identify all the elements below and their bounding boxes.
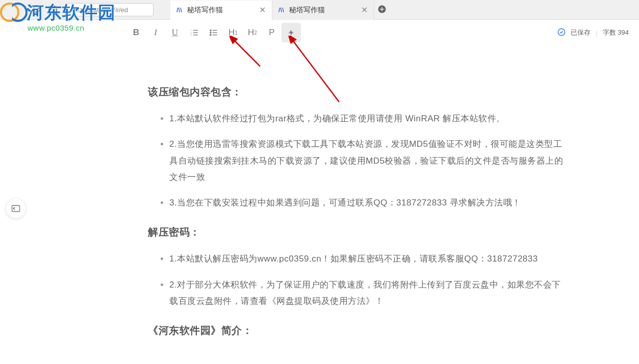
svg-text:3: 3 bbox=[191, 34, 192, 36]
heading-2: 解压密码： bbox=[148, 222, 566, 242]
list-item: 2.当您使用迅雷等搜索资源模式下载工具下载本站资源，发现MD5值验证不对时，很可… bbox=[169, 136, 566, 186]
h2-button[interactable]: H2 bbox=[243, 23, 262, 42]
watermark-logo: 河东软件园 www.pc0359.cn bbox=[0, 0, 116, 32]
heading-3: 《河东软件园》简介： bbox=[148, 321, 566, 340]
underline-button[interactable]: U bbox=[165, 23, 185, 42]
saved-label: 已保存 bbox=[571, 28, 591, 37]
heading-1: 该压缩包内容包含： bbox=[148, 82, 566, 101]
unordered-list-button[interactable] bbox=[204, 23, 223, 42]
list-item: 3.当您在下载安装过程中如果遇到问题，可通过联系QQ：3187272833 寻求… bbox=[169, 195, 566, 211]
status-area: 已保存 | 字数 394 bbox=[557, 28, 629, 38]
saved-check-icon bbox=[557, 28, 566, 38]
svg-point-13 bbox=[558, 29, 565, 35]
status-divider: | bbox=[596, 29, 597, 37]
list-1: 1.本站默认软件经过打包为rar格式，为确保正常使用请使用 WinRAR 解压本… bbox=[148, 111, 566, 211]
content-area: 该压缩包内容包含： 1.本站默认软件经过打包为rar格式，为确保正常使用请使用 … bbox=[0, 45, 639, 364]
close-icon[interactable]: ✕ bbox=[361, 6, 368, 14]
watermark-url: www.pc0359.cn bbox=[28, 23, 116, 32]
list-item: 1.本站默认软件经过打包为rar格式，为确保正常使用请使用 WinRAR 解压本… bbox=[169, 111, 566, 127]
word-count: 字数 394 bbox=[603, 28, 629, 37]
tab-favicon-icon: /\\ bbox=[278, 6, 284, 14]
document-editor[interactable]: 该压缩包内容包含： 1.本站默认软件经过打包为rar格式，为确保正常使用请使用 … bbox=[148, 45, 566, 340]
add-tab-button[interactable] bbox=[374, 5, 390, 16]
tab-1[interactable]: /\\ 秘塔写作猫 ✕ bbox=[170, 1, 272, 20]
list-item: 2.对于部分大体积软件，为了保证用户的下载速度，我们将附件上传到了百度云盘中，如… bbox=[169, 277, 566, 310]
tab-title: 秘塔写作猫 bbox=[289, 6, 325, 15]
svg-point-10 bbox=[210, 30, 211, 31]
sidebar-toggle-button[interactable] bbox=[6, 199, 25, 218]
tab-2[interactable]: /\\ 秘塔写作猫 ✕ bbox=[272, 1, 374, 20]
ordered-list-button[interactable]: 123 bbox=[185, 23, 204, 42]
h1-button[interactable]: H1 bbox=[223, 23, 243, 42]
tabs-row: /\\ 秘塔写作猫 ✕ /\\ 秘塔写作猫 ✕ bbox=[170, 0, 390, 20]
lightning-button[interactable] bbox=[282, 23, 301, 42]
paragraph-button[interactable]: P bbox=[262, 23, 282, 42]
list-2: 1.本站默认解压密码为www.pc0359.cn！如果解压密码不正确，请联系客服… bbox=[148, 251, 566, 309]
svg-point-11 bbox=[210, 32, 211, 33]
tab-title: 秘塔写作猫 bbox=[187, 6, 223, 15]
watermark-sitename: 河东软件园 bbox=[27, 1, 116, 24]
tab-favicon-icon: /\\ bbox=[176, 6, 182, 14]
bold-button[interactable]: B bbox=[126, 23, 146, 42]
italic-button[interactable]: I bbox=[146, 23, 165, 42]
close-icon[interactable]: ✕ bbox=[259, 6, 266, 14]
list-item: 1.本站默认解压密码为www.pc0359.cn！如果解压密码不正确，请联系客服… bbox=[169, 251, 566, 267]
svg-point-12 bbox=[210, 34, 211, 35]
